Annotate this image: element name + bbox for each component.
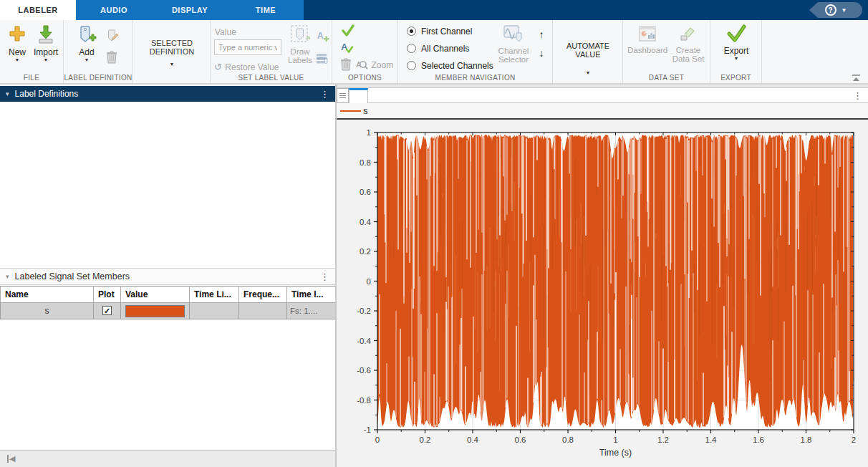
plot-menu-icon[interactable]: ⋮ (853, 90, 862, 101)
col-time-info[interactable]: Time I... (287, 287, 336, 303)
zoom-a-icon: A (355, 58, 368, 71)
draw-labels-button[interactable]: Draw Labels (285, 24, 315, 64)
svg-text:1.2: 1.2 (657, 435, 669, 444)
svg-text:0: 0 (367, 277, 371, 286)
label-rows-icon (315, 51, 329, 65)
section-selected-definition: SELECTED DEFINITION ▼ (133, 20, 211, 83)
plot-checkbox[interactable]: ✓ (102, 306, 112, 315)
restore-icon: ↺ (214, 62, 222, 72)
new-button[interactable]: New ▼ (4, 24, 30, 62)
section-file: New ▼ Import ▼ FILE (0, 20, 64, 83)
col-frequency[interactable]: Freque... (239, 287, 287, 303)
svg-text:1: 1 (367, 128, 371, 137)
section-data-set: Dashboard Create Data Set DATA SET (623, 20, 710, 83)
members-title: Labeled Signal Set Members (15, 271, 130, 281)
label-accept-button[interactable]: A (339, 40, 354, 54)
label-definitions-header[interactable]: ▾ Label Definitions ⋮ (0, 86, 335, 102)
svg-text:Time (s): Time (s) (599, 448, 632, 458)
radio-selected-channels[interactable]: Selected Channels (407, 60, 493, 71)
svg-text:-0.6: -0.6 (357, 366, 371, 375)
toolstrip-tabs: LABELER AUDIO DISPLAY TIME (0, 0, 304, 20)
help-button[interactable]: ? ▼ (809, 2, 862, 18)
chevron-down-icon: ▼ (4, 57, 30, 62)
collapse-panel-left-icon[interactable]: ◀ (7, 455, 15, 463)
svg-text:1.8: 1.8 (801, 435, 812, 444)
tab-time[interactable]: TIME (228, 0, 304, 20)
svg-text:-0.8: -0.8 (357, 396, 371, 405)
col-value[interactable]: Value (121, 287, 190, 303)
next-member-button[interactable]: ↓ (536, 47, 547, 59)
automate-value-button[interactable]: AUTOMATE VALUE ▼ (553, 42, 623, 75)
plot-cell[interactable]: ✓ (94, 303, 121, 319)
section-member-navigation: First Channel All Channels Selected Chan… (398, 20, 553, 83)
add-definition-button[interactable]: Add ▼ (72, 24, 101, 62)
chevron-down-icon: ▼ (842, 7, 847, 14)
svg-text:0: 0 (375, 435, 380, 444)
panel-menu-icon[interactable]: ⋮ (320, 89, 329, 100)
section-label-definition: Add ▼ LABEL DEFINITION (64, 20, 133, 83)
help-icon: ? (825, 4, 836, 16)
svg-text:-1: -1 (364, 425, 371, 434)
section-set-label-value: Value ↺ Restore Value Draw Labels A SET … (211, 20, 332, 83)
member-name-cell[interactable]: s (1, 303, 94, 319)
signal-plot[interactable]: 00.20.40.60.811.21.41.61.8210.80.60.40.2… (337, 120, 868, 467)
delete-label-button[interactable] (339, 57, 354, 72)
svg-text:1: 1 (613, 435, 617, 444)
collapse-triangle-icon[interactable]: ▾ (6, 90, 9, 97)
label-list-button[interactable] (315, 51, 329, 65)
col-name[interactable]: Name (1, 287, 94, 303)
delete-definition-button[interactable] (105, 50, 120, 64)
radio-all-channels[interactable]: All Channels (407, 43, 469, 54)
channel-selector-icon (503, 24, 524, 44)
tab-audio[interactable]: AUDIO (76, 0, 152, 20)
svg-text:0.2: 0.2 (420, 435, 431, 444)
import-button[interactable]: Import ▼ (32, 24, 60, 62)
up-arrow-icon: ↑ (539, 29, 544, 40)
tab-display[interactable]: DISPLAY (152, 0, 228, 20)
radio-first-channel[interactable]: First Channel (407, 26, 472, 37)
plot-tab-strip: ⋮ (337, 88, 868, 103)
tab-list-button[interactable] (337, 88, 349, 103)
collapse-triangle-icon[interactable]: ▾ (6, 273, 9, 280)
tab-labeler[interactable]: LABELER (0, 0, 76, 20)
members-header[interactable]: ▾ Labeled Signal Set Members ⋮ (0, 268, 335, 285)
edit-definition-button[interactable] (105, 29, 120, 43)
value-input[interactable] (214, 39, 281, 55)
add-attribute-button[interactable]: A (315, 29, 329, 44)
hamburger-icon (339, 92, 346, 100)
radio-icon (407, 61, 416, 70)
table-row[interactable]: s ✓ Fs: 1.... (1, 303, 336, 319)
trash-icon (105, 50, 118, 64)
time-info-cell[interactable]: Fs: 1.... (287, 303, 336, 319)
collapse-toolstrip-button[interactable] (852, 72, 861, 79)
accept-button[interactable] (341, 24, 355, 39)
chevron-down-icon: ▼ (72, 57, 101, 62)
section-export: Export ▼ EXPORT (710, 20, 762, 83)
restore-value-button[interactable]: ↺ Restore Value (214, 60, 293, 73)
create-data-set-button[interactable]: Create Data Set (669, 24, 708, 63)
new-plus-icon (8, 24, 26, 44)
dashboard-button[interactable]: Dashboard (627, 24, 667, 54)
col-time-limits[interactable]: Time Li... (190, 287, 239, 303)
legend-line-sample (340, 110, 361, 112)
plot-legend: s (337, 103, 868, 118)
value-cell[interactable] (121, 303, 190, 319)
trash-icon (339, 57, 352, 72)
zoom-button[interactable]: A Zoom (355, 58, 397, 71)
section-options: A A Zoom OPTIONS (332, 20, 398, 83)
svg-text:0.8: 0.8 (360, 158, 371, 167)
channel-selector-button[interactable]: Channel Selector (494, 24, 533, 64)
frequency-cell[interactable] (239, 303, 287, 319)
previous-member-button[interactable]: ↑ (536, 29, 547, 40)
col-plot[interactable]: Plot (94, 287, 121, 303)
selected-definition-dropdown[interactable]: SELECTED DEFINITION ▼ (133, 39, 211, 67)
svg-text:0.8: 0.8 (562, 435, 574, 444)
svg-text:-0.4: -0.4 (357, 337, 371, 345)
export-button[interactable]: Export ▼ (718, 24, 755, 61)
panel-menu-icon[interactable]: ⋮ (320, 271, 329, 282)
time-limits-cell[interactable] (190, 303, 239, 319)
value-label: Value (215, 25, 282, 38)
active-display-tab[interactable] (349, 88, 368, 103)
legend-entry[interactable]: s (363, 105, 368, 116)
radio-icon (407, 44, 416, 53)
